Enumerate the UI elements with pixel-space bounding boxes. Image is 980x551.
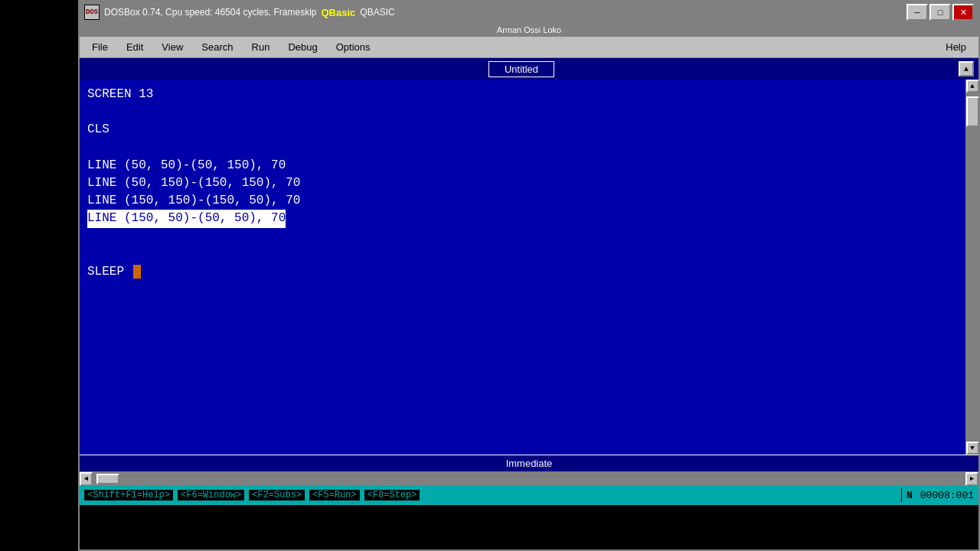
status-key: <F8=Step>: [364, 490, 420, 500]
status-mode: N: [906, 490, 913, 501]
menu-options[interactable]: Options: [327, 40, 380, 54]
code-line-5: LINE (50, 150)-(150, 150), 70: [87, 174, 958, 192]
status-position: 00008:001: [920, 490, 974, 501]
code-line-4: LINE (50, 50)-(50, 150), 70: [87, 157, 958, 174]
hscroll-left-button[interactable]: ◄: [80, 472, 93, 486]
dosbox-icon: DOS: [84, 5, 100, 20]
status-key: <F6=Window>: [178, 490, 244, 500]
menu-help[interactable]: Help: [936, 40, 975, 54]
doc-title-bar: Untitled ▲: [80, 58, 978, 80]
close-button[interactable]: ✕: [952, 4, 974, 21]
menu-file[interactable]: File: [83, 40, 117, 54]
code-line-1: [87, 103, 958, 121]
status-bar: <Shift+F1=Help><F6=Window><F2=Subs><F5=R…: [80, 485, 978, 505]
doc-title-label: Untitled: [488, 61, 554, 77]
program-label: QBASIC: [360, 7, 394, 18]
editor-container: SCREEN 13 CLS LINE (50, 50)-(50, 150), 7…: [80, 80, 978, 455]
code-line-9: [87, 246, 958, 263]
status-key: <Shift+F1=Help>: [84, 490, 173, 500]
code-line-0: SCREEN 13: [87, 86, 958, 103]
code-line-8: [87, 228, 958, 246]
subtitle-bar: Arman Ossi Loko: [80, 23, 978, 37]
scroll-thumb[interactable]: [966, 96, 979, 127]
doc-title-center: Untitled: [84, 61, 959, 77]
hscroll-right-button[interactable]: ►: [965, 472, 978, 486]
status-keys: <Shift+F1=Help><F6=Window><F2=Subs><F5=R…: [84, 490, 897, 500]
dosbox-info: DOSBox 0.74, Cpu speed: 46504 cycles, Fr…: [104, 7, 316, 18]
scroll-track: [966, 93, 979, 442]
maximize-button[interactable]: □: [929, 4, 951, 21]
app-name-label: QBasic: [321, 7, 355, 18]
code-line-6: LINE (150, 150)-(150, 50), 70: [87, 192, 958, 210]
menu-view[interactable]: View: [152, 40, 192, 54]
menu-run[interactable]: Run: [243, 40, 279, 54]
hscroll-track: [93, 472, 965, 486]
menu-search[interactable]: Search: [192, 40, 242, 54]
status-key: <F2=Subs>: [249, 490, 305, 500]
status-key: <F5=Run>: [309, 490, 360, 500]
subtitle-text: Arman Ossi Loko: [497, 25, 561, 34]
window-frame: DOS DOSBox 0.74, Cpu speed: 46504 cycles…: [78, 0, 980, 551]
title-bar-controls: ─ □ ✕: [906, 4, 974, 21]
scroll-down-button[interactable]: ▼: [966, 442, 979, 455]
scroll-up-button[interactable]: ▲: [966, 80, 979, 93]
minimize-button[interactable]: ─: [906, 4, 928, 21]
hscroll-thumb[interactable]: [96, 474, 119, 484]
title-bar: DOS DOSBox 0.74, Cpu speed: 46504 cycles…: [80, 2, 978, 23]
doc-scroll-up-button[interactable]: ▲: [959, 61, 974, 77]
cursor: [133, 265, 141, 279]
menu-edit[interactable]: Edit: [117, 40, 152, 54]
code-line-10: SLEEP: [87, 263, 958, 281]
code-line-3: [87, 139, 958, 157]
code-line-2: CLS: [87, 121, 958, 139]
code-line-7: LINE (150, 50)-(50, 50), 70: [87, 210, 958, 227]
status-divider: [901, 488, 902, 502]
hscroll-bar: ◄ ►: [80, 471, 978, 485]
status-right: N 00008:001: [906, 490, 974, 501]
immediate-label: Immediate: [506, 458, 553, 469]
title-bar-text: DOSBox 0.74, Cpu speed: 46504 cycles, Fr…: [104, 7, 902, 18]
immediate-bar: Immediate: [80, 455, 978, 471]
menu-debug[interactable]: Debug: [279, 40, 326, 54]
scrollbar-right: ▲ ▼: [965, 80, 978, 455]
editor-area[interactable]: SCREEN 13 CLS LINE (50, 50)-(50, 150), 7…: [80, 80, 965, 455]
dosbox-logo: DOS: [86, 8, 98, 16]
menu-bar: File Edit View Search Run Debug Options …: [80, 37, 978, 58]
